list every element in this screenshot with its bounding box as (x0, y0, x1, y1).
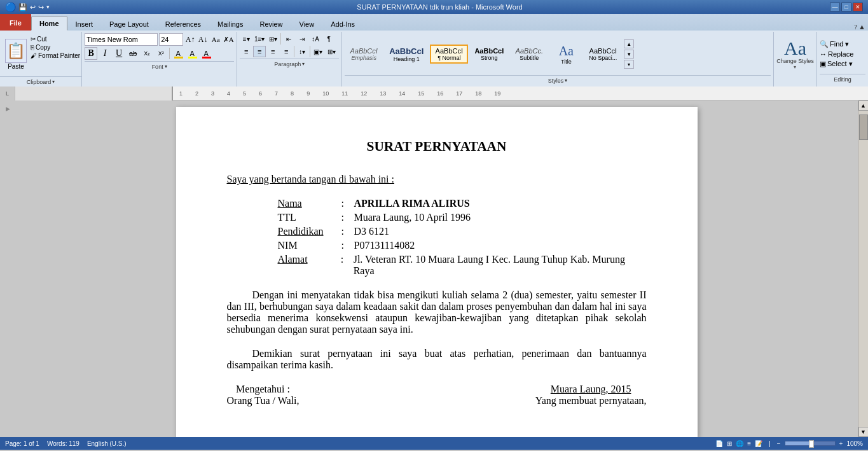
paragraph-expand-icon[interactable]: ▾ (302, 61, 305, 67)
align-center-button[interactable]: ≡ (253, 46, 266, 57)
view-print-button[interactable]: 📄 (715, 440, 723, 447)
justify-button[interactable]: ≡ (280, 46, 293, 57)
style-emphasis-button[interactable]: AaBbCcI Emphasis (345, 45, 383, 63)
select-button[interactable]: ▣Select ▾ (820, 60, 865, 68)
line-spacing-button[interactable]: ↕▾ (296, 46, 308, 57)
bold-button[interactable]: B (85, 47, 97, 60)
subscript-button[interactable]: X₂ (141, 47, 153, 60)
sort-button[interactable]: ↕A (309, 33, 322, 45)
clipboard-group: 📋 Paste ✂Cut ⎘Copy 🖌Format Painter Clipb… (0, 32, 82, 87)
view-full-button[interactable]: ⊞ (727, 440, 732, 447)
view-web-button[interactable]: 🌐 (736, 440, 743, 447)
show-formatting-button[interactable]: ¶ (322, 33, 335, 45)
style-nospace-button[interactable]: AaBbCcI No Spaci... (584, 45, 622, 63)
paste-button[interactable]: 📋 Paste (1, 33, 31, 75)
separator3 (294, 46, 294, 57)
replace-button[interactable]: ↔Replace (820, 50, 865, 58)
styles-expand-icon[interactable]: ▾ (565, 78, 567, 83)
word-count: Words: 119 (47, 440, 79, 447)
clear-formatting-button[interactable]: ✗A (223, 34, 234, 45)
zoom-out-button[interactable]: − (777, 440, 781, 447)
info-row-pendidikan: Pendidikan : D3 6121 (278, 226, 647, 237)
bullets-button[interactable]: ≡▾ (240, 33, 252, 45)
tab-view[interactable]: View (291, 17, 323, 31)
styles-scroll-up-button[interactable]: ▲ (624, 39, 634, 48)
text-effects-button[interactable]: A (172, 47, 184, 60)
style-normal-button[interactable]: AaBbCcI ¶ Normal (430, 45, 468, 64)
font-name-input[interactable] (85, 33, 158, 46)
style-heading1-button[interactable]: AaBbCcI Heading 1 (385, 45, 428, 64)
scroll-up-button[interactable]: ▲ (858, 101, 869, 111)
numbering-button[interactable]: 1≡▾ (253, 33, 266, 45)
find-button[interactable]: 🔍Find ▾ (820, 40, 865, 48)
info-row-alamat: Alamat : Jl. Veteran RT. 10 Muara Laung … (278, 254, 647, 277)
tab-review[interactable]: Review (251, 17, 291, 31)
doc-intro: Saya yang bertanda tangan di bawah ini : (227, 174, 647, 185)
ribbon-minimize-icon[interactable]: ▲ (858, 23, 865, 31)
separator2 (280, 33, 281, 45)
page-indicator: Page: 1 of 1 (5, 440, 39, 447)
document-page: SURAT PERNYATAAN Saya yang bertanda tang… (176, 107, 698, 437)
align-left-button[interactable]: ≡ (240, 46, 252, 57)
style-strong-button[interactable]: AaBbCcI Strong (470, 45, 508, 63)
tab-references[interactable]: References (157, 17, 209, 31)
italic-button[interactable]: I (99, 47, 111, 60)
minimize-button[interactable]: — (830, 3, 840, 11)
change-styles-button[interactable]: Aa Change Styles ▾ (776, 34, 814, 74)
scroll-track[interactable] (858, 111, 869, 427)
font-case-button[interactable]: Aa (210, 34, 221, 45)
style-subtitle-button[interactable]: AaBbCc. Subtitle (510, 45, 548, 63)
font-size-increase-button[interactable]: A↑ (184, 34, 196, 45)
clipboard-expand-icon[interactable]: ▾ (52, 79, 55, 85)
shading-button[interactable]: ▣▾ (312, 46, 324, 57)
font-group: A↑ A↓ Aa ✗A B I U ab X₂ X² A A A Font ▾ (82, 32, 237, 87)
view-outline-button[interactable]: ≡ (747, 440, 751, 447)
tab-home[interactable]: Home (31, 17, 67, 31)
superscript-button[interactable]: X² (155, 47, 167, 60)
decrease-indent-button[interactable]: ⇤ (282, 33, 295, 45)
info-row-ttl: TTL : Muara Laung, 10 April 1996 (278, 212, 647, 223)
tab-file[interactable]: File (0, 14, 31, 31)
paste-label: Paste (8, 63, 24, 70)
copy-button[interactable]: ⎘Copy (31, 44, 80, 51)
ribbon-help-icon[interactable]: ? (854, 23, 857, 31)
zoom-handle[interactable] (809, 440, 814, 448)
style-title-button[interactable]: Aa Title (550, 42, 582, 67)
tab-insert[interactable]: Insert (67, 17, 102, 31)
increase-indent-button[interactable]: ⇥ (296, 33, 308, 45)
zoom-in-button[interactable]: + (839, 440, 843, 447)
tab-page-layout[interactable]: Page Layout (101, 17, 157, 31)
left-margin: ▶ (0, 101, 15, 437)
font-size-input[interactable] (159, 33, 183, 46)
align-right-button[interactable]: ≡ (266, 46, 279, 57)
font-expand-icon[interactable]: ▾ (165, 64, 167, 69)
multilevel-button[interactable]: ⊞▾ (266, 33, 279, 45)
quick-access-undo[interactable]: ↩ (30, 3, 36, 11)
strikethrough-button[interactable]: ab (127, 47, 139, 60)
underline-button[interactable]: U (113, 47, 125, 60)
borders-button[interactable]: ⊞▾ (325, 46, 338, 57)
font-size-decrease-button[interactable]: A↓ (197, 34, 209, 45)
format-painter-button[interactable]: 🖌Format Painter (31, 52, 80, 59)
quick-access-save[interactable]: 💾 (18, 3, 27, 11)
ruler-corner[interactable]: L (0, 87, 15, 101)
maximize-button[interactable]: □ (841, 3, 851, 11)
ruler: L 123 456 789 101112 131415 161718 19 (0, 87, 868, 101)
styles-scroll-down-button[interactable]: ▼ (624, 50, 634, 59)
vertical-scrollbar[interactable]: ▲ ▼ (858, 101, 868, 437)
tab-mailings[interactable]: Mailings (209, 17, 251, 31)
doc-para1: Dengan ini menyatakan tidak bisa mengiku… (227, 289, 647, 335)
scroll-thumb[interactable] (859, 114, 868, 140)
quick-access-redo[interactable]: ↪ (38, 3, 44, 11)
scroll-down-button[interactable]: ▼ (858, 427, 869, 437)
cut-button[interactable]: ✂Cut (31, 36, 80, 43)
separator-status: | (769, 440, 771, 447)
zoom-slider[interactable] (785, 441, 836, 446)
view-draft-button[interactable]: 📝 (755, 440, 762, 447)
styles-more-button[interactable]: ▾ (624, 60, 634, 69)
font-color-button[interactable]: A (200, 47, 212, 60)
tab-add-ins[interactable]: Add-Ins (322, 17, 363, 31)
document-scroll-area[interactable]: SURAT PERNYATAAN Saya yang bertanda tang… (15, 101, 858, 437)
close-button[interactable]: ✕ (853, 3, 863, 11)
text-highlight-button[interactable]: A (186, 47, 198, 60)
